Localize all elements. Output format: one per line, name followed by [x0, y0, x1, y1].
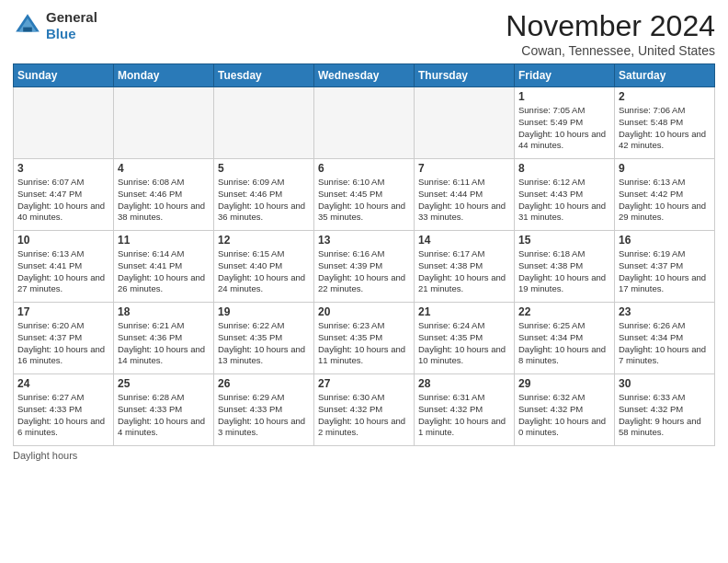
calendar-table: Sunday Monday Tuesday Wednesday Thursday…	[13, 63, 715, 446]
day-number: 18	[118, 305, 210, 318]
calendar-cell	[214, 87, 314, 159]
day-number: 16	[619, 234, 711, 247]
day-info: Sunrise: 6:27 AMSunset: 4:33 PMDaylight:…	[17, 392, 109, 439]
calendar-cell: 7Sunrise: 6:11 AMSunset: 4:44 PMDaylight…	[415, 159, 515, 231]
day-info: Sunrise: 6:32 AMSunset: 4:32 PMDaylight:…	[518, 392, 610, 439]
logo: General Blue	[13, 9, 97, 42]
day-number: 20	[318, 305, 410, 318]
calendar-cell	[114, 87, 214, 159]
day-number: 9	[619, 162, 711, 175]
calendar-cell: 21Sunrise: 6:24 AMSunset: 4:35 PMDayligh…	[415, 303, 515, 374]
logo-text: General Blue	[46, 9, 97, 42]
day-number: 27	[318, 377, 410, 390]
title-block: November 2024 Cowan, Tennessee, United S…	[506, 9, 715, 58]
day-number: 12	[218, 234, 310, 247]
day-info: Sunrise: 6:30 AMSunset: 4:32 PMDaylight:…	[318, 392, 410, 439]
day-number: 14	[418, 234, 510, 247]
calendar-cell: 15Sunrise: 6:18 AMSunset: 4:38 PMDayligh…	[515, 231, 615, 303]
day-number: 2	[619, 90, 711, 103]
day-number: 17	[17, 305, 109, 318]
day-info: Sunrise: 6:18 AMSunset: 4:38 PMDaylight:…	[518, 248, 610, 295]
day-info: Sunrise: 6:09 AMSunset: 4:46 PMDaylight:…	[218, 177, 310, 224]
col-sunday: Sunday	[14, 64, 114, 87]
calendar-cell: 11Sunrise: 6:14 AMSunset: 4:41 PMDayligh…	[114, 231, 214, 303]
calendar-cell: 29Sunrise: 6:32 AMSunset: 4:32 PMDayligh…	[515, 374, 615, 446]
calendar-cell: 20Sunrise: 6:23 AMSunset: 4:35 PMDayligh…	[314, 303, 415, 374]
footer-note: Daylight hours	[13, 450, 715, 461]
calendar-cell: 18Sunrise: 6:21 AMSunset: 4:36 PMDayligh…	[114, 303, 214, 374]
day-info: Sunrise: 6:24 AMSunset: 4:35 PMDaylight:…	[418, 320, 510, 367]
day-info: Sunrise: 6:13 AMSunset: 4:42 PMDaylight:…	[619, 177, 711, 224]
calendar-cell: 5Sunrise: 6:09 AMSunset: 4:46 PMDaylight…	[214, 159, 314, 231]
day-info: Sunrise: 6:19 AMSunset: 4:37 PMDaylight:…	[619, 248, 711, 295]
day-number: 4	[118, 162, 210, 175]
day-info: Sunrise: 6:13 AMSunset: 4:41 PMDaylight:…	[17, 248, 109, 295]
day-info: Sunrise: 6:20 AMSunset: 4:37 PMDaylight:…	[17, 320, 109, 367]
day-info: Sunrise: 6:29 AMSunset: 4:33 PMDaylight:…	[218, 392, 310, 439]
day-info: Sunrise: 6:15 AMSunset: 4:40 PMDaylight:…	[218, 248, 310, 295]
col-saturday: Saturday	[615, 64, 715, 87]
calendar-cell: 22Sunrise: 6:25 AMSunset: 4:34 PMDayligh…	[515, 303, 615, 374]
calendar-cell	[415, 87, 515, 159]
day-info: Sunrise: 6:07 AMSunset: 4:47 PMDaylight:…	[17, 177, 109, 224]
calendar-cell: 3Sunrise: 6:07 AMSunset: 4:47 PMDaylight…	[14, 159, 114, 231]
day-number: 6	[318, 162, 410, 175]
day-info: Sunrise: 6:22 AMSunset: 4:35 PMDaylight:…	[218, 320, 310, 367]
day-info: Sunrise: 6:10 AMSunset: 4:45 PMDaylight:…	[318, 177, 410, 224]
calendar-cell: 2Sunrise: 7:06 AMSunset: 5:48 PMDaylight…	[615, 87, 715, 159]
calendar-cell: 28Sunrise: 6:31 AMSunset: 4:32 PMDayligh…	[415, 374, 515, 446]
day-number: 22	[518, 305, 610, 318]
day-info: Sunrise: 6:31 AMSunset: 4:32 PMDaylight:…	[418, 392, 510, 439]
day-number: 21	[418, 305, 510, 318]
logo-blue: Blue	[46, 26, 76, 41]
calendar-cell	[314, 87, 415, 159]
calendar-cell: 16Sunrise: 6:19 AMSunset: 4:37 PMDayligh…	[615, 231, 715, 303]
day-info: Sunrise: 6:17 AMSunset: 4:38 PMDaylight:…	[418, 248, 510, 295]
calendar-week-1: 1Sunrise: 7:05 AMSunset: 5:49 PMDaylight…	[14, 87, 715, 159]
col-thursday: Thursday	[415, 64, 515, 87]
day-number: 11	[118, 234, 210, 247]
day-number: 1	[518, 90, 610, 103]
day-info: Sunrise: 7:05 AMSunset: 5:49 PMDaylight:…	[518, 105, 610, 152]
day-number: 3	[17, 162, 109, 175]
calendar-cell: 25Sunrise: 6:28 AMSunset: 4:33 PMDayligh…	[114, 374, 214, 446]
calendar-cell: 4Sunrise: 6:08 AMSunset: 4:46 PMDaylight…	[114, 159, 214, 231]
location: Cowan, Tennessee, United States	[506, 43, 715, 58]
day-info: Sunrise: 6:16 AMSunset: 4:39 PMDaylight:…	[318, 248, 410, 295]
day-number: 26	[218, 377, 310, 390]
col-monday: Monday	[114, 64, 214, 87]
daylight-label: Daylight hours	[13, 450, 77, 461]
day-number: 28	[418, 377, 510, 390]
calendar-week-3: 10Sunrise: 6:13 AMSunset: 4:41 PMDayligh…	[14, 231, 715, 303]
calendar-week-5: 24Sunrise: 6:27 AMSunset: 4:33 PMDayligh…	[14, 374, 715, 446]
calendar-cell: 26Sunrise: 6:29 AMSunset: 4:33 PMDayligh…	[214, 374, 314, 446]
calendar-cell: 17Sunrise: 6:20 AMSunset: 4:37 PMDayligh…	[14, 303, 114, 374]
day-info: Sunrise: 6:12 AMSunset: 4:43 PMDaylight:…	[518, 177, 610, 224]
day-number: 23	[619, 305, 711, 318]
day-number: 25	[118, 377, 210, 390]
header: General Blue November 2024 Cowan, Tennes…	[13, 9, 715, 58]
day-number: 30	[619, 377, 711, 390]
calendar-cell: 13Sunrise: 6:16 AMSunset: 4:39 PMDayligh…	[314, 231, 415, 303]
day-info: Sunrise: 6:14 AMSunset: 4:41 PMDaylight:…	[118, 248, 210, 295]
day-number: 7	[418, 162, 510, 175]
calendar-week-4: 17Sunrise: 6:20 AMSunset: 4:37 PMDayligh…	[14, 303, 715, 374]
calendar-week-2: 3Sunrise: 6:07 AMSunset: 4:47 PMDaylight…	[14, 159, 715, 231]
calendar-cell: 14Sunrise: 6:17 AMSunset: 4:38 PMDayligh…	[415, 231, 515, 303]
day-info: Sunrise: 6:26 AMSunset: 4:34 PMDaylight:…	[619, 320, 711, 367]
day-info: Sunrise: 6:23 AMSunset: 4:35 PMDaylight:…	[318, 320, 410, 367]
calendar-cell: 23Sunrise: 6:26 AMSunset: 4:34 PMDayligh…	[615, 303, 715, 374]
col-wednesday: Wednesday	[314, 64, 415, 87]
col-tuesday: Tuesday	[214, 64, 314, 87]
day-info: Sunrise: 6:33 AMSunset: 4:32 PMDaylight:…	[619, 392, 711, 439]
day-info: Sunrise: 6:25 AMSunset: 4:34 PMDaylight:…	[518, 320, 610, 367]
day-number: 13	[318, 234, 410, 247]
calendar-cell: 30Sunrise: 6:33 AMSunset: 4:32 PMDayligh…	[615, 374, 715, 446]
calendar-cell: 6Sunrise: 6:10 AMSunset: 4:45 PMDaylight…	[314, 159, 415, 231]
calendar-cell: 27Sunrise: 6:30 AMSunset: 4:32 PMDayligh…	[314, 374, 415, 446]
calendar-cell: 8Sunrise: 6:12 AMSunset: 4:43 PMDaylight…	[515, 159, 615, 231]
day-number: 24	[17, 377, 109, 390]
day-info: Sunrise: 6:11 AMSunset: 4:44 PMDaylight:…	[418, 177, 510, 224]
logo-icon	[13, 11, 42, 40]
logo-general: General	[46, 9, 97, 25]
